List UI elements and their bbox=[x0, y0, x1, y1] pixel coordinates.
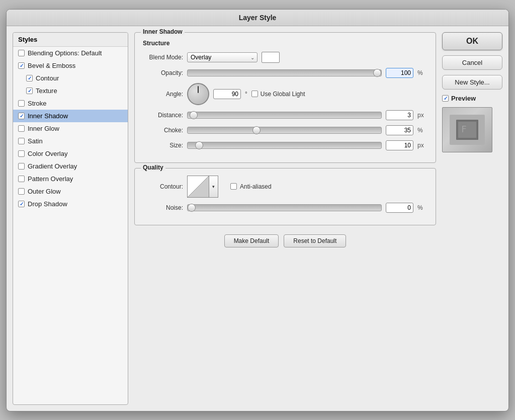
dialog-title: Layer Style bbox=[7, 10, 508, 26]
angle-unit: ° bbox=[245, 91, 247, 98]
size-input[interactable]: 10 bbox=[386, 140, 413, 150]
blend-mode-label: Blend Mode: bbox=[143, 54, 183, 61]
sidebar-label-drop-shadow: Drop Shadow bbox=[28, 200, 67, 208]
quality-section: Quality Contour: ▾ bbox=[134, 168, 436, 225]
noise-row: Noise: 0 % bbox=[143, 203, 427, 213]
sidebar-item-satin[interactable]: Satin bbox=[13, 135, 128, 147]
choke-row: Choke: 35 % bbox=[143, 125, 427, 135]
preview-checkbox[interactable] bbox=[442, 95, 449, 102]
sidebar-item-contour[interactable]: Contour bbox=[13, 72, 128, 85]
preview-svg: F bbox=[447, 112, 487, 147]
reset-to-default-button[interactable]: Reset to Default bbox=[284, 234, 346, 247]
inner-shadow-section-label: Inner Shadow bbox=[141, 28, 185, 35]
checkbox-inner-glow[interactable] bbox=[18, 125, 25, 132]
sidebar-label-stroke: Stroke bbox=[28, 100, 47, 107]
sidebar-item-stroke[interactable]: Stroke bbox=[13, 97, 128, 110]
anti-alias-label: Anti-aliased bbox=[240, 183, 272, 190]
opacity-slider-container bbox=[187, 69, 382, 76]
dialog-body: Styles Blending Options: Default Bevel &… bbox=[7, 26, 508, 411]
sidebar-item-outer-glow[interactable]: Outer Glow bbox=[13, 185, 128, 198]
opacity-input[interactable]: 100 bbox=[386, 68, 413, 78]
sidebar-label-texture: Texture bbox=[36, 87, 57, 95]
checkbox-texture[interactable] bbox=[26, 88, 33, 94]
checkbox-outer-glow[interactable] bbox=[18, 188, 25, 195]
styles-panel: Styles Blending Options: Default Bevel &… bbox=[13, 32, 128, 405]
choke-label: Choke: bbox=[143, 127, 183, 134]
distance-input[interactable]: 3 bbox=[386, 110, 413, 120]
blend-mode-color-swatch[interactable] bbox=[262, 52, 280, 63]
sidebar-item-blending-options[interactable]: Blending Options: Default bbox=[13, 47, 128, 59]
noise-input[interactable]: 0 bbox=[386, 203, 413, 213]
size-unit: px bbox=[417, 142, 427, 149]
make-default-button[interactable]: Make Default bbox=[224, 234, 279, 247]
checkbox-blending-options[interactable] bbox=[18, 50, 25, 56]
noise-label: Noise: bbox=[143, 204, 183, 211]
preview-label-text: Preview bbox=[451, 95, 476, 102]
checkbox-pattern-overlay[interactable] bbox=[18, 176, 25, 182]
opacity-row: Opacity: 100 % bbox=[143, 68, 427, 78]
checkbox-color-overlay[interactable] bbox=[18, 150, 25, 157]
main-content-area: Inner Shadow Structure Blend Mode: Overl… bbox=[134, 32, 436, 405]
contour-row: Contour: ▾ bbox=[143, 176, 427, 198]
noise-slider[interactable] bbox=[187, 204, 382, 211]
new-style-button[interactable]: New Style... bbox=[442, 75, 502, 90]
cancel-button[interactable]: Cancel bbox=[442, 55, 502, 70]
right-panel: OK Cancel New Style... Preview F bbox=[442, 32, 502, 405]
angle-row: Angle: 90 ° Use Global Light bbox=[143, 83, 427, 105]
sidebar-label-color-overlay: Color Overlay bbox=[28, 150, 67, 157]
blend-mode-select[interactable]: Overlay Normal Multiply Screen bbox=[187, 52, 258, 62]
distance-slider[interactable] bbox=[187, 112, 382, 119]
sidebar-item-gradient-overlay[interactable]: Gradient Overlay bbox=[13, 160, 128, 173]
sidebar-item-pattern-overlay[interactable]: Pattern Overlay bbox=[13, 173, 128, 185]
anti-alias-checkbox[interactable] bbox=[230, 183, 237, 190]
angle-dial[interactable] bbox=[187, 83, 209, 105]
angle-label: Angle: bbox=[143, 91, 183, 98]
svg-text:F: F bbox=[461, 124, 467, 134]
choke-input[interactable]: 35 bbox=[386, 125, 413, 135]
choke-slider-container bbox=[187, 127, 382, 134]
size-row: Size: 10 px bbox=[143, 140, 427, 150]
sidebar-label-blending-options: Blending Options: Default bbox=[28, 49, 102, 57]
layer-style-dialog: Layer Style Styles Blending Options: Def… bbox=[6, 9, 509, 411]
use-global-light-label: Use Global Light bbox=[261, 91, 305, 98]
inner-shadow-section: Inner Shadow Structure Blend Mode: Overl… bbox=[134, 32, 436, 163]
bottom-buttons-row: Make Default Reset to Default bbox=[134, 234, 436, 247]
sidebar-item-drop-shadow[interactable]: Drop Shadow bbox=[13, 198, 128, 210]
sidebar-label-satin: Satin bbox=[28, 137, 43, 145]
anti-alias-container: Anti-aliased bbox=[230, 183, 272, 190]
checkbox-inner-shadow[interactable] bbox=[18, 113, 25, 119]
size-label: Size: bbox=[143, 142, 183, 149]
contour-dropdown-btn[interactable]: ▾ bbox=[209, 176, 218, 198]
opacity-slider[interactable] bbox=[187, 69, 382, 76]
sidebar-item-color-overlay[interactable]: Color Overlay bbox=[13, 147, 128, 160]
sidebar-item-texture[interactable]: Texture bbox=[13, 85, 128, 97]
size-slider[interactable] bbox=[187, 142, 382, 149]
contour-picker: ▾ bbox=[187, 176, 218, 198]
sidebar-label-gradient-overlay: Gradient Overlay bbox=[28, 162, 77, 170]
sidebar-label-contour: Contour bbox=[36, 74, 59, 82]
distance-slider-container bbox=[187, 112, 382, 119]
blend-mode-select-wrapper[interactable]: Overlay Normal Multiply Screen bbox=[187, 52, 258, 62]
checkbox-gradient-overlay[interactable] bbox=[18, 163, 25, 170]
checkbox-satin[interactable] bbox=[18, 138, 25, 144]
use-global-light-row: Use Global Light bbox=[251, 91, 305, 98]
checkbox-drop-shadow[interactable] bbox=[18, 201, 25, 207]
checkbox-contour[interactable] bbox=[26, 75, 33, 81]
anti-alias-row: Anti-aliased bbox=[230, 183, 272, 190]
sidebar-item-inner-shadow[interactable]: Inner Shadow bbox=[13, 110, 128, 122]
use-global-light-checkbox[interactable] bbox=[251, 91, 258, 97]
choke-slider[interactable] bbox=[187, 127, 382, 134]
distance-unit: px bbox=[417, 112, 427, 119]
checkbox-stroke[interactable] bbox=[18, 100, 25, 107]
angle-input[interactable]: 90 bbox=[213, 89, 241, 99]
sidebar-label-inner-shadow: Inner Shadow bbox=[28, 112, 68, 120]
sidebar-item-inner-glow[interactable]: Inner Glow bbox=[13, 122, 128, 135]
distance-row: Distance: 3 px bbox=[143, 110, 427, 120]
styles-header: Styles bbox=[13, 33, 128, 47]
sidebar-item-bevel-emboss[interactable]: Bevel & Emboss bbox=[13, 59, 128, 72]
checkbox-bevel-emboss[interactable] bbox=[18, 62, 25, 69]
ok-button[interactable]: OK bbox=[442, 32, 502, 50]
contour-preview[interactable] bbox=[187, 176, 209, 198]
opacity-label: Opacity: bbox=[143, 69, 183, 76]
opacity-unit: % bbox=[417, 69, 427, 76]
